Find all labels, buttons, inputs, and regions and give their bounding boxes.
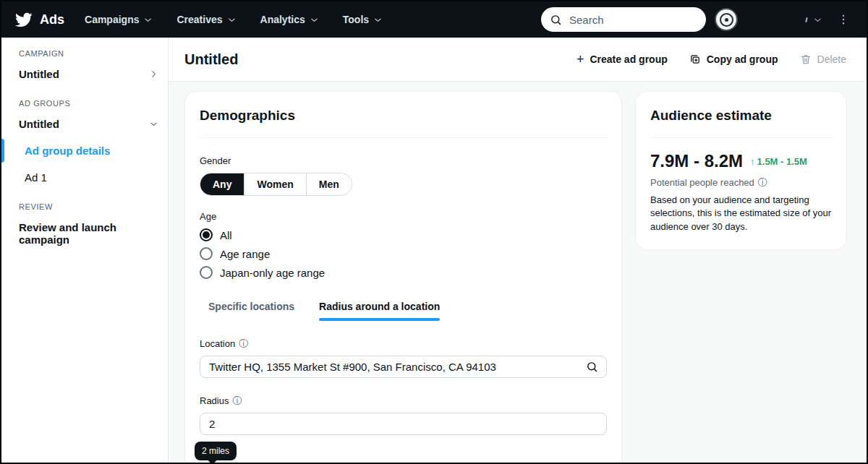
content-area: Demographics Gender Any Women Men Age Al… (169, 82, 867, 463)
age-option-all[interactable]: All (200, 228, 607, 241)
age-label: Age (200, 211, 607, 222)
gender-option-any[interactable]: Any (200, 173, 244, 195)
page-title: Untitled (184, 51, 238, 68)
radio-selected-icon (200, 228, 213, 241)
nav-analytics[interactable]: Analytics (260, 14, 318, 25)
audience-description: Based on your audience and targeting sel… (650, 194, 832, 233)
age-option-japan-only[interactable]: Japan-only age range (200, 266, 607, 279)
slider-value-tooltip: 2 miles (195, 442, 237, 460)
location-tabs: Specific locations Radius around a locat… (208, 301, 607, 321)
gender-option-men[interactable]: Men (307, 173, 352, 195)
app-body: CAMPAIGN Untitled AD GROUPS Untitled Ad … (1, 38, 867, 463)
sidebar-item-ad-group-details[interactable]: Ad group details (1, 137, 168, 164)
page-header: Untitled + Create ad group Copy ad group… (169, 38, 867, 82)
search-input[interactable] (568, 13, 715, 27)
nav-campaigns[interactable]: Campaigns (85, 14, 152, 25)
radius-label: Radius ⓘ (200, 395, 607, 406)
audience-title: Audience estimate (650, 108, 832, 124)
campaign-sidebar: CAMPAIGN Untitled AD GROUPS Untitled Ad … (1, 38, 169, 463)
overflow-menu-icon[interactable]: ⋮ (838, 14, 849, 25)
sidebar-item-adgroup-untitled[interactable]: Untitled (1, 111, 168, 137)
ad-groups-section-heading: AD GROUPS (19, 99, 150, 108)
audience-delta: ↑ 1.5M - 1.5M (750, 156, 807, 167)
age-block: Age All Age range Japan-only age range (200, 211, 607, 279)
chevron-down-icon (310, 16, 318, 24)
gender-segmented-control: Any Women Men (200, 173, 352, 196)
active-indicator-bar (1, 139, 4, 163)
age-option-age-range[interactable]: Age range (200, 247, 607, 260)
nav-tools[interactable]: Tools (343, 14, 382, 25)
gender-option-women[interactable]: Women (244, 173, 306, 195)
chevron-down-icon (144, 16, 152, 24)
radius-input[interactable] (200, 413, 607, 435)
info-icon[interactable]: ⓘ (239, 339, 248, 348)
info-icon[interactable]: ⓘ (758, 178, 767, 187)
copy-ad-group-button[interactable]: Copy ad group (689, 53, 778, 65)
search-icon (550, 14, 562, 26)
radius-block: Radius ⓘ (200, 395, 607, 435)
plus-icon: + (576, 53, 584, 66)
chevron-right-icon (150, 70, 158, 78)
divider (200, 137, 607, 138)
gender-label: Gender (200, 155, 607, 166)
header-actions: + Create ad group Copy ad group Delete (576, 53, 846, 66)
divider (650, 137, 832, 138)
global-search (541, 7, 706, 32)
search-icon[interactable] (586, 361, 598, 373)
nav-creatives[interactable]: Creatives (176, 14, 235, 25)
radio-icon (200, 247, 213, 260)
location-label: Location ⓘ (200, 338, 607, 349)
account-switcher[interactable] (806, 16, 822, 24)
demographics-card: Demographics Gender Any Women Men Age Al… (184, 91, 622, 463)
arrow-up-icon: ↑ (750, 156, 755, 167)
chevron-down-icon (374, 16, 382, 24)
twitter-ads-app: Ads Campaigns Creatives Analytics Tools (0, 0, 868, 464)
chevron-down-icon (814, 16, 822, 24)
account-mark-icon (805, 17, 808, 22)
trash-icon (800, 53, 812, 65)
sidebar-item-ad-1[interactable]: Ad 1 (1, 164, 168, 191)
audience-range-value: 7.9M - 8.2M (650, 151, 743, 171)
campaign-section-heading: CAMPAIGN (19, 49, 150, 58)
tab-specific-locations[interactable]: Specific locations (208, 301, 294, 321)
review-section-heading: REVIEW (19, 202, 150, 211)
radius-slider: 2 miles 1 mile 50 miles (200, 442, 607, 463)
sidebar-item-review-launch[interactable]: Review and launch campaign (1, 214, 168, 253)
chevron-down-icon (150, 120, 158, 128)
audience-estimate-card: Audience estimate 7.9M - 8.2M ↑ 1.5M - 1… (635, 91, 847, 250)
sidebar-item-campaign-untitled[interactable]: Untitled (1, 61, 168, 87)
create-ad-group-button[interactable]: + Create ad group (576, 53, 668, 66)
ads-brand-label: Ads (40, 12, 64, 27)
delete-button[interactable]: Delete (800, 53, 846, 65)
info-icon[interactable]: ⓘ (232, 396, 242, 405)
radio-icon (200, 266, 213, 279)
top-navbar: Ads Campaigns Creatives Analytics Tools (1, 1, 867, 38)
navbar-right: ⋮ (541, 7, 849, 32)
demographics-title: Demographics (200, 108, 607, 124)
main-column: Untitled + Create ad group Copy ad group… (169, 38, 867, 463)
tab-radius-around-location[interactable]: Radius around a location (319, 301, 440, 321)
twitter-bird-icon[interactable] (14, 11, 33, 29)
location-block: Location ⓘ (200, 338, 607, 378)
location-input[interactable] (200, 356, 607, 378)
copy-icon (689, 53, 701, 65)
avatar[interactable] (716, 9, 736, 30)
chevron-down-icon (228, 16, 236, 24)
audience-subtitle: Potential people reached ⓘ (650, 177, 832, 188)
